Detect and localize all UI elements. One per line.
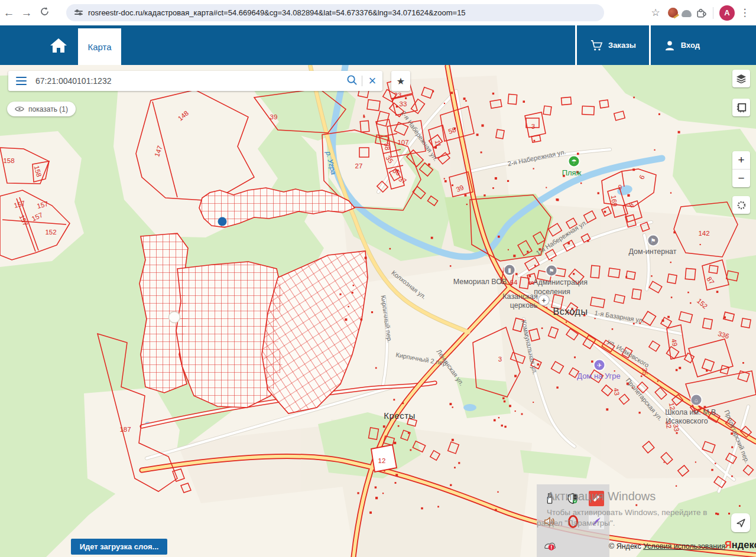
- orders-label: Заказы: [608, 41, 636, 50]
- spinner-icon: [736, 200, 747, 210]
- forward-button[interactable]: →: [18, 6, 35, 19]
- menu-hamburger-icon[interactable]: [8, 77, 34, 86]
- url-text: rosreestr-doc.ru/кадастровая_карта#ct=54…: [88, 8, 466, 17]
- memorial-icon: ▮: [505, 265, 515, 275]
- home-icon: [49, 37, 68, 54]
- show-results-label: показать (1): [28, 105, 68, 113]
- reload-button[interactable]: [35, 6, 53, 19]
- volume-icon[interactable]: [542, 514, 557, 529]
- reload-icon: [40, 6, 50, 17]
- defender-shield-icon[interactable]: [565, 491, 580, 506]
- church-icon: +: [539, 295, 549, 305]
- toolbar-divider: [713, 7, 713, 19]
- system-tray-popup: [537, 484, 609, 557]
- clear-search-button[interactable]: ×: [362, 74, 382, 87]
- usb-device-icon[interactable]: [542, 491, 557, 506]
- zoom-in-button[interactable]: +: [732, 151, 750, 170]
- site-settings-icon[interactable]: [74, 11, 83, 15]
- home-button[interactable]: [39, 25, 78, 65]
- orders-button[interactable]: Заказы: [577, 25, 649, 65]
- search-bar: ×: [8, 71, 382, 91]
- yandex-logo[interactable]: Яндекс: [725, 539, 756, 551]
- map-attribution: © Яндекс Условия использования: [609, 542, 725, 551]
- beach-icon: ☂: [569, 157, 579, 167]
- extension-seal-icon[interactable]: [668, 8, 678, 18]
- geolocation-button[interactable]: [731, 513, 750, 532]
- boarding-house-flag-icon: ⚑: [648, 236, 658, 246]
- menu-dots-icon[interactable]: ⋮: [738, 6, 751, 19]
- cart-icon: [590, 40, 603, 51]
- guesthouse-icon: ✈: [595, 360, 605, 370]
- extensions-puzzle-icon[interactable]: [695, 7, 707, 19]
- layers-icon: [736, 74, 747, 83]
- network-error-icon[interactable]: [542, 538, 557, 553]
- zoom-control: + −: [732, 151, 750, 187]
- white-circle-marker: [169, 312, 180, 323]
- back-button[interactable]: ←: [0, 6, 18, 19]
- administration-flag-icon: ⚑: [547, 266, 557, 276]
- eye-icon: [15, 106, 24, 112]
- school-icon: ⌂: [692, 395, 702, 405]
- user-icon: [664, 40, 676, 51]
- selected-parcel-marker[interactable]: [218, 217, 227, 226]
- map-viewport[interactable]: ВсходыКрестыКолхозная ул.Кирпичный пер.К…: [0, 65, 756, 557]
- bookmark-star-icon[interactable]: ☆: [647, 6, 664, 19]
- layer-loading-badge: Идет загрузка слоя...: [71, 539, 167, 555]
- copyright-label: © Яндекс: [609, 542, 641, 551]
- geolocation-arrow-icon: [736, 518, 746, 528]
- terms-link[interactable]: Условия использования: [643, 542, 725, 551]
- measure-button[interactable]: [732, 99, 750, 116]
- browser-toolbar: ← → rosreestr-doc.ru/кадастровая_карта#c…: [0, 0, 756, 25]
- layers-button[interactable]: [732, 70, 750, 87]
- loading-spinner-button[interactable]: [732, 196, 750, 214]
- site-navbar: Карта Заказы Вход: [0, 25, 756, 65]
- zoom-out-button[interactable]: −: [732, 170, 750, 187]
- pen-app-icon[interactable]: [589, 514, 604, 529]
- favorites-button[interactable]: ★: [391, 71, 410, 91]
- selected-tray-app-icon[interactable]: [589, 491, 604, 506]
- tab-map[interactable]: Карта: [78, 28, 121, 65]
- address-bar[interactable]: rosreestr-doc.ru/кадастровая_карта#ct=54…: [66, 4, 604, 21]
- login-label: Вход: [681, 41, 700, 50]
- opera-icon[interactable]: [565, 514, 580, 529]
- map-canvas[interactable]: [0, 65, 756, 557]
- search-input[interactable]: [34, 76, 342, 86]
- extension-dome-icon[interactable]: [682, 10, 692, 17]
- login-button[interactable]: Вход: [651, 25, 756, 65]
- profile-avatar[interactable]: A: [719, 5, 735, 21]
- search-button[interactable]: [342, 74, 362, 88]
- show-results-chip[interactable]: показать (1): [7, 102, 76, 116]
- search-icon: [346, 74, 358, 86]
- ruler-icon: [736, 103, 747, 113]
